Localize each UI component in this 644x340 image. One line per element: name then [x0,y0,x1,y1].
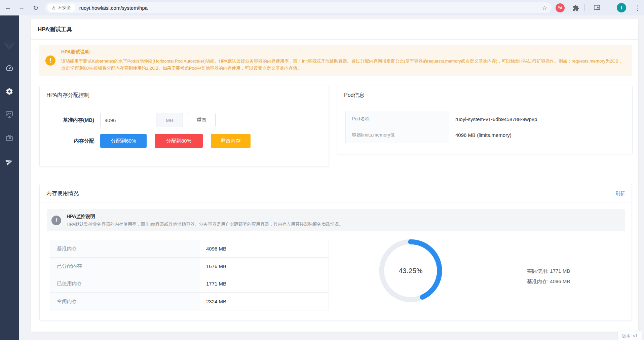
base-memory-label: 基准内存(MB) [40,117,94,123]
alert-body: 该功能用于测试Kubernetes的水平Pod自动伸缩(Horizontal P… [61,58,626,72]
gauge-legend: 实际使用: 1771 MB 基准内存: 4096 MB [527,266,570,287]
refresh-link[interactable]: 刷新 [615,184,625,202]
legend-base-memory: 基准内存: 4096 MB [527,276,570,287]
note-title: HPA监控说明 [67,214,343,220]
release-memory-button[interactable]: 释放内存 [211,134,251,148]
profile-avatar[interactable]: I [617,0,626,15]
security-chip[interactable]: ⚠ 不安全 [47,4,75,12]
row-value: 2324 MB [200,293,329,310]
table-row: 容器limits.memory值 4096 MB (limits.memory) [346,127,624,143]
pod-info-card: Pod信息 Pod名称 ruoyi-system-v1-6db9458788-9… [337,86,633,154]
control-card-title: HPA内存分配控制 [40,86,329,104]
pod-info-table: Pod名称 ruoyi-system-v1-6db9458788-9wp8p 容… [345,111,624,143]
main-panel: HPA测试工具 ! HPA测试说明 该功能用于测试Kubernetes的水平Po… [31,19,638,332]
allocate-80-button[interactable]: 分配到80% [155,134,203,148]
url-text: ruoyi.howlaisi.com/system/hpa [79,5,148,11]
side-panel-search-icon[interactable] [593,0,601,15]
row-value: 4096 MB [200,240,329,257]
allocate-label: 内存分配 [40,138,94,144]
gauge-percent-label: 43.25% [378,238,443,303]
forward-icon[interactable]: → [17,3,26,12]
toolbar-divider [584,4,585,11]
info-icon: i [51,216,61,225]
briefcase-icon [5,134,13,142]
base-memory-input[interactable] [100,113,156,127]
address-bar[interactable]: ⚠ 不安全 ruoyi.howlaisi.com/system/hpa ☆ [45,2,552,13]
legend-actual-used: 实际使用: 1771 MB [527,266,570,276]
row-label: Pod名称 [346,111,449,127]
hpa-test-alert: ! HPA测试说明 该功能用于测试Kubernetes的水平Pod自动伸缩(Ho… [39,45,632,76]
exclamation-icon: ! [45,55,55,66]
extension-yd-button[interactable]: Yd [556,0,565,15]
browser-toolbar: ← → ↻ ⚠ 不安全 ruoyi.howlaisi.com/system/hp… [0,0,644,15]
table-row: 空闲内存 2324 MB [50,293,329,310]
row-label: 空闲内存 [50,293,200,310]
bookmark-star-icon[interactable]: ☆ [542,2,547,13]
gear-icon [5,87,13,96]
back-icon[interactable]: ← [3,3,13,12]
sidebar-item-toolbox[interactable] [0,130,19,146]
extensions-puzzle-icon[interactable] [572,0,579,15]
row-value: ruoyi-system-v1-6db9458788-9wp8p [449,111,624,127]
memory-usage-card: 内存使用情况 刷新 i HPA监控说明 HPA默认监控业务容器的内存使用率，而非… [39,184,632,321]
sidebar [0,15,19,340]
row-value: 1771 MB [200,275,329,292]
paper-plane-icon [5,158,13,166]
page-title: HPA测试工具 [38,26,72,33]
unit-addon: MB [156,113,183,127]
sidebar-item-monitor[interactable] [0,106,19,122]
alert-title: HPA测试说明 [61,49,626,55]
table-row: 已使用内存 1771 MB [50,275,329,293]
version-badge: 版本: v1 [617,331,642,340]
app-logo [0,35,19,54]
allocate-60-button[interactable]: 分配到60% [100,134,147,148]
monitor-chart-icon [5,110,13,118]
dashboard-icon [5,64,13,72]
divider [31,39,638,40]
sidebar-item-system-settings[interactable] [0,83,19,100]
row-label: 已分配内存 [50,258,200,275]
memory-usage-table: 基准内存 4096 MB 已分配内存 1676 MB 已使用内存 1771 MB… [50,240,329,310]
pod-card-title: Pod信息 [337,86,632,104]
memory-control-card: HPA内存分配控制 基准内存(MB) MB 重置 内存分配 分配到60% 分配到… [39,86,329,167]
row-value: 1676 MB [200,258,329,275]
warning-icon: ⚠ [52,5,56,10]
browser-menu-icon[interactable]: ⋮ [634,0,641,15]
refresh-icon[interactable]: ↻ [31,3,40,12]
usage-card-title: 内存使用情况 [46,190,79,196]
row-label: 容器limits.memory值 [346,127,449,143]
row-label: 已使用内存 [50,275,200,292]
security-label: 不安全 [58,5,71,11]
memory-usage-gauge: 43.25% [378,238,443,303]
note-body: HPA默认监控业务容器的内存使用率，而非Init容器或其他辅助容器。业务容器是用… [67,221,343,227]
table-row: Pod名称 ruoyi-system-v1-6db9458788-9wp8p [346,111,624,127]
toolbar-divider [607,4,607,11]
row-value: 4096 MB (limits.memory) [449,127,624,143]
table-row: 已分配内存 1676 MB [50,258,329,275]
sidebar-item-dashboard[interactable] [0,60,19,76]
monitor-note: i HPA监控说明 HPA默认监控业务容器的内存使用率，而非Init容器或其他辅… [47,209,625,231]
sidebar-item-deploy[interactable] [0,154,19,170]
table-row: 基准内存 4096 MB [50,240,329,258]
reset-button[interactable]: 重置 [188,113,216,127]
row-label: 基准内存 [50,240,200,257]
